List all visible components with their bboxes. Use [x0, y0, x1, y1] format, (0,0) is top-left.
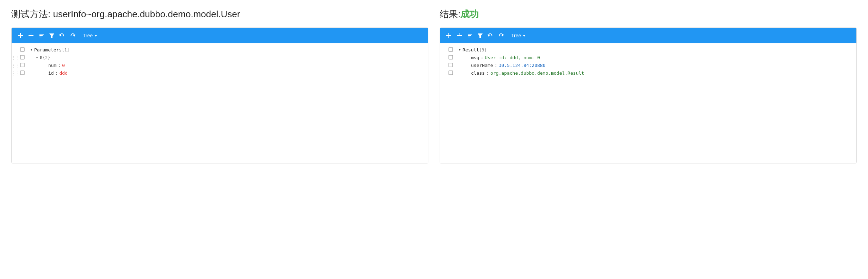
expand-all-icon[interactable] — [17, 32, 24, 39]
sort-icon[interactable] — [38, 32, 45, 39]
right-tree-body: ▾ Result {3} msg : User id: ddd, num: 0 — [440, 43, 856, 163]
undo-icon[interactable] — [59, 32, 65, 39]
table-row: msg : User id: ddd, num: 0 — [440, 54, 856, 62]
left-tree-container: Tree ▾ Parameters [1] — [11, 27, 428, 163]
table-row: userName : 30.5.124.84:20880 — [440, 62, 856, 69]
right-tree-container: Tree ▾ Result {3} — [440, 27, 857, 163]
left-title-text: 测试方法: userInfo~org.apache.dubbo.demo.mod… — [11, 9, 240, 19]
drag-handle: ⋮⋮ — [12, 63, 19, 68]
table-row: ⋮⋮ ▾ 0 {2} — [12, 54, 428, 62]
drag-handle: ⋮⋮ — [12, 55, 19, 60]
expand-all-icon[interactable] — [446, 32, 452, 39]
right-tree-toolbar: Tree — [440, 28, 856, 43]
collapse-all-icon[interactable] — [456, 32, 463, 39]
right-title-prefix: 结果: — [440, 9, 460, 19]
table-row: ⋮⋮ id : ddd — [12, 69, 428, 77]
checkbox-icon[interactable] — [19, 70, 26, 76]
checkbox-icon[interactable] — [19, 55, 26, 61]
left-tree-mode-button[interactable]: Tree — [83, 33, 98, 38]
table-row: ⋮⋮ num : 0 — [12, 62, 428, 69]
left-tree-body: ▾ Parameters [1] ⋮⋮ ▾ 0 {2} — [12, 43, 428, 163]
svg-rect-10 — [20, 55, 24, 59]
checkbox-icon[interactable] — [447, 47, 454, 53]
right-panel-title: 结果:成功 — [440, 8, 857, 20]
table-row: class : org.apache.dubbo.demo.model.Resu… — [440, 69, 856, 77]
checkbox-icon[interactable] — [447, 70, 454, 76]
svg-rect-23 — [449, 55, 453, 59]
svg-rect-25 — [449, 71, 453, 75]
checkbox-icon[interactable] — [19, 47, 26, 53]
checkbox-icon[interactable] — [19, 63, 26, 68]
table-row: ▾ Parameters [1] — [12, 46, 428, 54]
undo-icon[interactable] — [487, 32, 494, 39]
toggle-icon[interactable]: ▾ — [34, 55, 40, 60]
svg-marker-7 — [49, 33, 54, 38]
redo-icon[interactable] — [69, 32, 76, 39]
table-row: ▾ Result {3} — [440, 46, 856, 54]
checkbox-icon[interactable] — [447, 55, 454, 61]
svg-marker-8 — [94, 35, 97, 37]
left-panel: 测试方法: userInfo~org.apache.dubbo.demo.mod… — [11, 8, 428, 163]
right-tree-mode-button[interactable]: Tree — [511, 33, 526, 38]
collapse-all-icon[interactable] — [28, 32, 34, 39]
checkbox-icon[interactable] — [447, 63, 454, 68]
svg-marker-21 — [523, 35, 526, 37]
drag-handle: ⋮⋮ — [12, 71, 19, 76]
svg-rect-12 — [20, 71, 24, 75]
toggle-icon[interactable]: ▾ — [29, 48, 34, 52]
filter-icon[interactable] — [477, 33, 483, 38]
svg-rect-22 — [449, 48, 453, 51]
svg-marker-20 — [478, 33, 483, 38]
filter-icon[interactable] — [49, 33, 55, 38]
svg-rect-9 — [20, 48, 24, 51]
right-panel: 结果:成功 — [440, 8, 857, 163]
svg-rect-11 — [20, 63, 24, 67]
sort-icon[interactable] — [467, 32, 473, 39]
toggle-icon[interactable]: ▾ — [457, 48, 463, 52]
svg-rect-24 — [449, 63, 453, 67]
left-tree-toolbar: Tree — [12, 28, 428, 43]
redo-icon[interactable] — [498, 32, 504, 39]
left-panel-title: 测试方法: userInfo~org.apache.dubbo.demo.mod… — [11, 8, 428, 20]
right-title-status: 成功 — [460, 9, 479, 19]
